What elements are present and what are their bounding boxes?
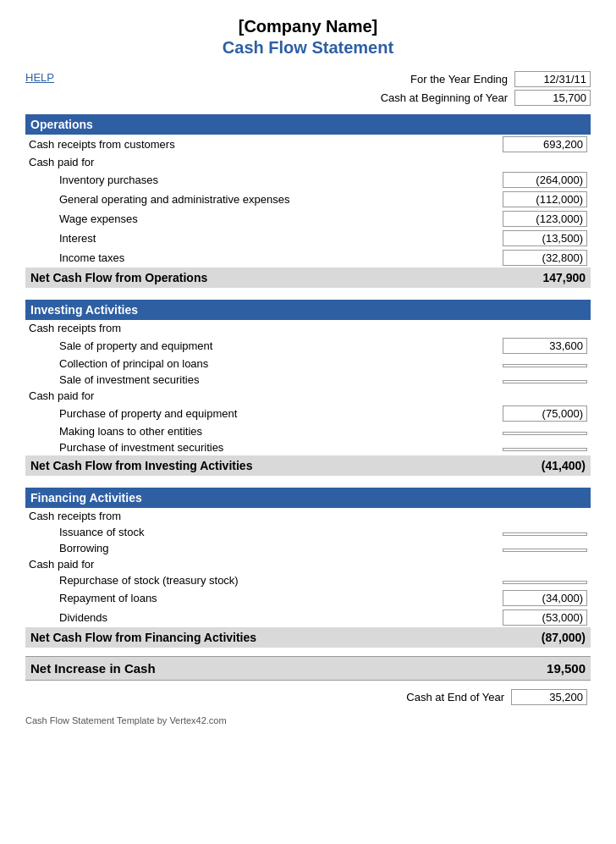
ops-item-0: Inventory purchases (264,000)	[25, 170, 591, 190]
inv-paid-value-0[interactable]: (75,000)	[365, 404, 591, 423]
fin-paid-2: Dividends (53,000)	[25, 608, 591, 627]
inv-receipt-2: Sale of investment securities	[25, 372, 591, 388]
spacer-3	[25, 648, 591, 656]
inv-paid-0: Purchase of property and equipment (75,0…	[25, 404, 591, 423]
inv-paid-label-1: Making loans to other entities	[25, 423, 365, 439]
inv-paid-label-0: Purchase of property and equipment	[25, 404, 365, 423]
fin-receipt-value-0[interactable]	[365, 524, 591, 540]
financing-receipts-label-row: Cash receipts from	[25, 508, 591, 524]
spacer-2	[25, 476, 591, 484]
cash-paid-label: Cash paid for	[25, 154, 365, 170]
ops-net-value: 147,900	[365, 268, 591, 288]
inv-paid-label-2: Purchase of investment securities	[25, 439, 365, 455]
net-increase-label: Net Increase in Cash	[25, 656, 365, 680]
ops-item-2: Wage expenses (123,000)	[25, 209, 591, 229]
fin-receipt-label-0: Issuance of stock	[25, 524, 365, 540]
fin-paid-1: Repayment of loans (34,000)	[25, 588, 591, 608]
ops-item-value-3[interactable]: (13,500)	[365, 229, 591, 248]
investing-receipts-label-row: Cash receipts from	[25, 320, 591, 336]
page-subtitle: Cash Flow Statement	[25, 38, 591, 58]
fin-paid-0: Repurchase of stock (treasury stock)	[25, 572, 591, 588]
investing-net-value: (41,400)	[365, 455, 591, 476]
financing-net-row: Net Cash Flow from Financing Activities …	[25, 627, 591, 648]
ops-item-1: General operating and administrative exp…	[25, 190, 591, 209]
investing-header-row: Investing Activities	[25, 296, 591, 320]
ops-item-value-2[interactable]: (123,000)	[365, 209, 591, 229]
inv-paid-1: Making loans to other entities	[25, 423, 591, 439]
investing-section-header: Investing Activities	[25, 300, 591, 320]
ops-item-value-4[interactable]: (32,800)	[365, 248, 591, 268]
operations-header-row: Operations	[25, 111, 591, 135]
ops-net-row: Net Cash Flow from Operations 147,900	[25, 268, 591, 288]
inv-paid-2: Purchase of investment securities	[25, 439, 591, 455]
help-link[interactable]: HELP	[25, 71, 54, 84]
fin-paid-label-1: Repayment of loans	[25, 588, 365, 608]
investing-net-label: Net Cash Flow from Investing Activities	[25, 455, 365, 476]
cash-end-value[interactable]: 35,200	[511, 689, 587, 705]
financing-receipts-label: Cash receipts from	[25, 508, 365, 524]
inv-receipt-1: Collection of principal on loans	[25, 356, 591, 372]
cash-receipts-label: Cash receipts from customers	[25, 135, 365, 154]
footer-note: Cash Flow Statement Template by Vertex42…	[25, 715, 591, 725]
ops-net-label: Net Cash Flow from Operations	[25, 268, 365, 288]
ops-item-label-2: Wage expenses	[25, 209, 365, 229]
fin-paid-value-2[interactable]: (53,000)	[365, 608, 591, 627]
fin-receipt-0: Issuance of stock	[25, 524, 591, 540]
cash-end-label: Cash at End of Year	[406, 691, 504, 703]
inv-receipt-label-2: Sale of investment securities	[25, 372, 365, 388]
financing-section-header: Financing Activities	[25, 488, 591, 508]
investing-receipts-label: Cash receipts from	[25, 320, 365, 336]
inv-paid-value-2[interactable]	[365, 439, 591, 455]
fin-paid-value-1[interactable]: (34,000)	[365, 588, 591, 608]
fin-paid-label-0: Repurchase of stock (treasury stock)	[25, 572, 365, 588]
cash-receipts-value[interactable]: 693,200	[365, 135, 591, 154]
cash-paid-for-label-row: Cash paid for	[25, 154, 591, 170]
fin-paid-label-2: Dividends	[25, 608, 365, 627]
cash-beginning-value[interactable]: 15,700	[514, 90, 591, 106]
ops-item-value-0[interactable]: (264,000)	[365, 170, 591, 190]
inv-receipt-value-2[interactable]	[365, 372, 591, 388]
ops-item-label-4: Income taxes	[25, 248, 365, 268]
fin-receipt-label-1: Borrowing	[25, 540, 365, 556]
fin-receipt-value-1[interactable]	[365, 540, 591, 556]
investing-paid-label-row: Cash paid for	[25, 388, 591, 404]
net-increase-value: 19,500	[365, 656, 591, 680]
inv-receipt-value-0[interactable]: 33,600	[365, 336, 591, 356]
fin-receipt-1: Borrowing	[25, 540, 591, 556]
investing-net-row: Net Cash Flow from Investing Activities …	[25, 455, 591, 476]
investing-paid-label: Cash paid for	[25, 388, 365, 404]
financing-paid-label: Cash paid for	[25, 556, 365, 572]
ops-item-label-0: Inventory purchases	[25, 170, 365, 190]
inv-receipt-label-1: Collection of principal on loans	[25, 356, 365, 372]
ops-item-value-1[interactable]: (112,000)	[365, 190, 591, 209]
financing-paid-label-row: Cash paid for	[25, 556, 591, 572]
inv-receipt-0: Sale of property and equipment 33,600	[25, 336, 591, 356]
ops-item-3: Interest (13,500)	[25, 229, 591, 248]
year-ending-label: For the Year Ending	[410, 73, 508, 86]
inv-paid-value-1[interactable]	[365, 423, 591, 439]
cash-beginning-label: Cash at Beginning of Year	[381, 91, 508, 104]
year-ending-value[interactable]: 12/31/11	[514, 71, 591, 87]
operations-section-header: Operations	[25, 114, 591, 135]
financing-net-label: Net Cash Flow from Financing Activities	[25, 627, 365, 648]
inv-receipt-value-1[interactable]	[365, 356, 591, 372]
net-increase-row: Net Increase in Cash 19,500	[25, 656, 591, 680]
ops-item-4: Income taxes (32,800)	[25, 248, 591, 268]
fin-paid-value-0[interactable]	[365, 572, 591, 588]
statement-table: Operations Cash receipts from customers …	[25, 111, 591, 681]
page-title: [Company Name]	[25, 17, 591, 36]
inv-receipt-label-0: Sale of property and equipment	[25, 336, 365, 356]
cash-end-row: Cash at End of Year 35,200	[25, 689, 591, 705]
ops-item-label-1: General operating and administrative exp…	[25, 190, 365, 209]
cash-receipts-customers-row: Cash receipts from customers 693,200	[25, 135, 591, 154]
spacer-1	[25, 288, 591, 296]
ops-item-label-3: Interest	[25, 229, 365, 248]
financing-net-value: (87,000)	[365, 627, 591, 648]
financing-header-row: Financing Activities	[25, 484, 591, 508]
